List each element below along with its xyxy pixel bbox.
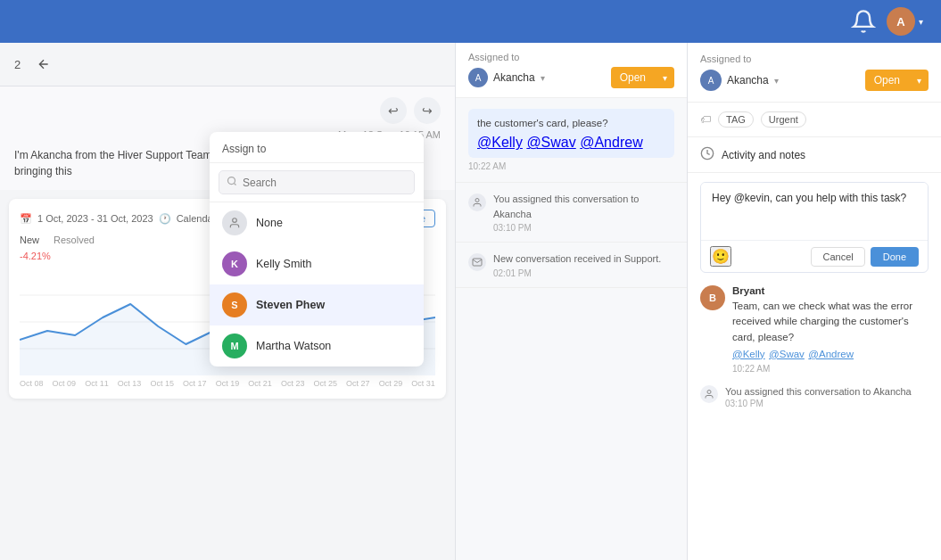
assign-option-martha[interactable]: M Martha Watson (210, 325, 424, 366)
user-avatar: A (887, 7, 915, 36)
assign-steven-name: Steven Phew (256, 299, 325, 311)
assign-search-input[interactable] (243, 177, 407, 189)
svg-point-9 (233, 218, 237, 223)
assign-search-box (219, 170, 415, 194)
assign-backdrop (0, 43, 941, 560)
assign-kelly-avatar: K (222, 251, 247, 276)
svg-line-8 (234, 183, 235, 185)
assign-option-kelly[interactable]: K Kelly Smith (210, 243, 424, 284)
main-area: 2 ↩ ↪ Mon, 18 Sep, 10:15 AM I'm Akancha … (0, 43, 941, 560)
assign-dropdown-header: Assign to (210, 132, 424, 163)
svg-point-7 (228, 177, 235, 185)
assign-dropdown: Assign to None (210, 132, 424, 366)
assign-martha-name: Martha Watson (256, 340, 331, 352)
assign-none-label: None (256, 217, 283, 229)
assign-none-avatar (222, 210, 247, 235)
user-menu[interactable]: A ▾ (887, 7, 923, 36)
assign-martha-avatar: M (222, 334, 247, 358)
top-nav: A ▾ (0, 0, 941, 43)
user-menu-chevron: ▾ (919, 17, 923, 27)
assign-search-icon (227, 176, 237, 189)
assign-option-steven[interactable]: S Steven Phew (210, 284, 424, 325)
notifications-bell[interactable] (851, 9, 876, 34)
assign-search-wrap (210, 163, 424, 202)
assign-option-none[interactable]: None (210, 202, 424, 243)
assign-steven-avatar: S (222, 292, 247, 317)
assign-kelly-name: Kelly Smith (256, 258, 312, 270)
